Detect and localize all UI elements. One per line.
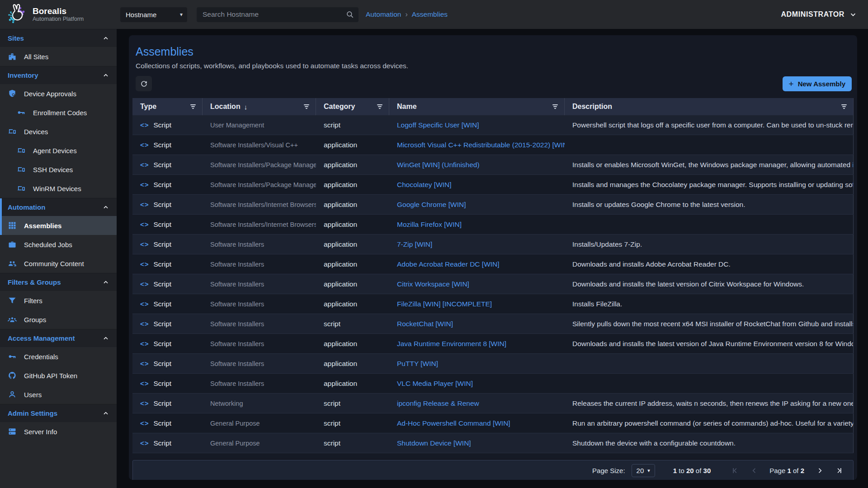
sidebar-item-assemblies[interactable]: Assemblies (0, 216, 117, 235)
sidebar-item-users[interactable]: Users (0, 385, 117, 404)
filter-icon[interactable] (302, 103, 311, 111)
sort-descending-icon[interactable]: ↓ (244, 103, 248, 111)
table-row: <>ScriptSoftware InstallersapplicationAd… (132, 254, 854, 274)
user-menu[interactable]: ADMINISTRATOR (781, 10, 857, 19)
cell-location: Software Installers (203, 314, 316, 333)
sidebar-item-label: Device Approvals (24, 90, 76, 98)
sidebar-item-enrollment-codes[interactable]: Enrollment Codes (0, 103, 117, 122)
assembly-link[interactable]: ipconfig Release & Renew (397, 399, 479, 408)
column-header-type[interactable]: Type (132, 98, 203, 115)
assembly-link[interactable]: FileZilla [WIN] [INCOMPLETE] (397, 300, 492, 308)
assembly-link[interactable]: WinGet [WIN] (Unfinished) (397, 161, 480, 169)
sidebar-item-scheduled-jobs[interactable]: Scheduled Jobs (0, 235, 117, 254)
assembly-link[interactable]: Ad-Hoc Powershell Command [WIN] (397, 419, 510, 427)
column-label: Location (210, 103, 241, 111)
filter-icon[interactable] (375, 103, 384, 111)
column-header-name[interactable]: Name (389, 98, 565, 115)
breadcrumb-automation[interactable]: Automation (366, 10, 401, 19)
sidebar-item-filters[interactable]: Filters (0, 291, 117, 310)
cell-category: application (316, 274, 389, 294)
section-label: Access Management (8, 334, 75, 342)
search-input[interactable] (203, 10, 346, 19)
section-label: Admin Settings (8, 409, 57, 417)
cell-location: Software Installers (203, 254, 316, 274)
column-header-location[interactable]: Location↓ (203, 98, 316, 115)
code-icon: <> (140, 360, 149, 367)
cell-category: script (316, 433, 389, 453)
code-icon: <> (140, 399, 149, 407)
column-header-description[interactable]: Description (565, 98, 854, 115)
page-title: Assemblies (132, 45, 854, 58)
assembly-link[interactable]: Microsoft Visual C++ Redistributable (20… (397, 141, 565, 149)
sidebar-item-device-approvals[interactable]: Device Approvals (0, 84, 117, 103)
cell-description: Run an arbitrary powershell command (or … (565, 413, 854, 433)
code-icon: <> (140, 141, 149, 149)
key-icon (8, 352, 17, 361)
sidebar-item-agent-devices[interactable]: Agent Devices (0, 141, 117, 160)
sidebar-item-label: Devices (24, 128, 48, 136)
sidebar-item-all-sites[interactable]: All Sites (0, 47, 117, 66)
sidebar-item-devices[interactable]: Devices (0, 122, 117, 141)
code-icon: <> (140, 260, 149, 268)
assembly-link[interactable]: Shutdown Device [WIN] (397, 439, 471, 447)
cell-category: application (316, 254, 389, 274)
page-info: Page 1 of 2 (769, 467, 804, 474)
assembly-link[interactable]: Logoff Specific User [WIN] (397, 121, 479, 129)
cell-type: <>Script (132, 334, 203, 353)
sidebar-item-community-content[interactable]: Community Content (0, 254, 117, 273)
filter-icon[interactable] (551, 103, 560, 111)
sidebar-item-winrm-devices[interactable]: WinRM Devices (0, 179, 117, 198)
sidebar-item-label: Filters (24, 297, 42, 305)
brand-subtitle: Automation Platform (33, 16, 84, 22)
table-row: <>ScriptSoftware InstallersapplicationJa… (132, 334, 854, 354)
sidebar-section-automation[interactable]: Automation (0, 198, 117, 216)
refresh-button[interactable] (136, 76, 152, 91)
assembly-link[interactable]: Google Chrome [WIN] (397, 201, 466, 209)
column-header-category[interactable]: Category (316, 98, 389, 115)
assembly-link[interactable]: Adobe Acrobat Reader DC [WIN] (397, 260, 500, 268)
sidebar-item-github-api-token[interactable]: GitHub API Token (0, 366, 117, 385)
first-page-button[interactable] (729, 465, 741, 477)
devices-icon (17, 184, 26, 193)
search-box (197, 7, 359, 22)
previous-page-button[interactable] (748, 465, 760, 477)
page-size-label: Page Size: (592, 467, 625, 474)
next-page-button[interactable] (813, 465, 826, 477)
last-page-button[interactable] (832, 465, 845, 477)
sidebar-item-credentials[interactable]: Credentials (0, 347, 117, 366)
table-row: <>ScriptNetworkingscriptipconfig Release… (132, 394, 854, 413)
sidebar-item-server-info[interactable]: Server Info (0, 422, 117, 441)
assembly-link[interactable]: RocketChat [WIN] (397, 320, 453, 328)
new-assembly-button[interactable]: + New Assembly (783, 76, 852, 91)
sidebar-section-admin-settings[interactable]: Admin Settings (0, 404, 117, 422)
row-range: 1 to 20 of 30 (673, 467, 711, 474)
assembly-link[interactable]: PuTTY [WIN] (397, 360, 438, 368)
cell-name: FileZilla [WIN] [INCOMPLETE] (389, 294, 565, 314)
sidebar-section-access-management[interactable]: Access Management (0, 329, 117, 347)
chevron-up-icon (102, 410, 109, 417)
code-icon: <> (140, 280, 149, 288)
cell-type: <>Script (132, 374, 203, 393)
cell-name: Microsoft Visual C++ Redistributable (20… (389, 135, 565, 155)
sidebar-section-sites[interactable]: Sites (0, 29, 117, 47)
sidebar-section-filters-groups[interactable]: Filters & Groups (0, 273, 117, 291)
assembly-link[interactable]: Mozilla Firefox [WIN] (397, 221, 462, 229)
refresh-icon (140, 80, 148, 88)
assembly-link[interactable]: Java Runtime Environment 8 [WIN] (397, 340, 506, 348)
assembly-link[interactable]: VLC Media Player [WIN] (397, 380, 473, 388)
sidebar-item-ssh-devices[interactable]: SSH Devices (0, 160, 117, 179)
sidebar-item-groups[interactable]: Groups (0, 310, 117, 329)
hostname-filter-select[interactable]: Hostname ▾ (120, 7, 187, 22)
sidebar-section-inventory[interactable]: Inventory (0, 66, 117, 84)
breadcrumb-assemblies[interactable]: Assemblies (412, 10, 448, 19)
assembly-link[interactable]: Citrix Workspace [WIN] (397, 280, 469, 288)
cell-category: application (316, 334, 389, 353)
section-label: Filters & Groups (8, 278, 61, 286)
pagination-bar: Page Size: 20 ▾ 1 to 20 of 30 Page 1 of … (132, 460, 854, 480)
page-size-select[interactable]: 20 ▾ (632, 464, 655, 477)
filter-icon[interactable] (840, 103, 849, 111)
cell-type: <>Script (132, 394, 203, 413)
filter-icon[interactable] (189, 103, 198, 111)
assembly-link[interactable]: Chocolatey [WIN] (397, 181, 452, 189)
assembly-link[interactable]: 7-Zip [WIN] (397, 240, 432, 249)
